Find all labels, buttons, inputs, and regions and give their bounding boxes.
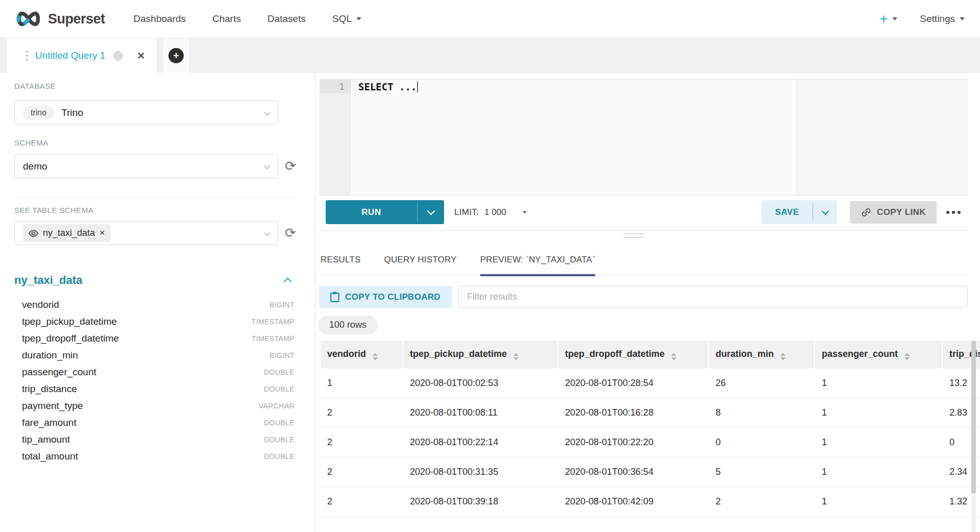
navbar: Superset Dashboards Charts Datasets SQL … [0,0,980,38]
column-header[interactable]: tpep_dropoff_datetime [558,341,709,369]
table-pill-label: ny_taxi_data [43,228,95,238]
database-label: DATABASE [14,82,56,90]
copy-to-clipboard-button[interactable]: COPY TO CLIPBOARD [319,286,452,308]
sqllab-sidebar: DATABASE trino Trino SCHEMA demo ⟳ SEE T… [0,72,315,532]
remove-table-icon[interactable]: × [100,228,105,238]
limit-value: 1 000 [484,207,506,217]
tab-results[interactable]: RESULTS [321,244,361,276]
tab-query-history[interactable]: QUERY HISTORY [384,244,457,276]
more-actions-button[interactable] [942,200,965,224]
table-row: 2 2020-08-01T00:31:35 2020-08-01T00:36:5… [321,457,980,487]
chevron-down-icon [821,207,828,214]
add-query-tab-button[interactable]: + [163,38,189,72]
column-row: tpep_dropoff_datetime TIMESTAMP [0,330,315,347]
run-query-split-button: RUN [326,200,444,224]
nav-item-charts[interactable]: Charts [212,13,241,25]
drag-handle-icon[interactable] [26,51,28,61]
table-row: 1 2020-08-01T00:02:53 2020-08-01T00:28:5… [321,369,980,398]
save-options-button[interactable] [813,200,837,224]
link-icon [861,207,872,218]
query-tab-title: Untitled Query 1 [35,50,105,61]
column-header[interactable]: duration_min [709,341,815,369]
chevron-up-icon[interactable] [284,278,292,286]
column-header[interactable]: passenger_count [815,341,943,369]
chevron-down-icon [264,230,271,236]
superset-logo[interactable]: Superset [15,10,105,28]
sort-icon [513,353,519,360]
table-schema-title[interactable]: ny_taxi_data [14,274,82,287]
copy-to-clipboard-label: COPY TO CLIPBOARD [345,292,440,302]
caret-down-icon [522,211,527,213]
unsaved-indicator-icon [113,51,123,61]
results-tabbar: RESULTS QUERY HISTORY PREVIEW: `NY_TAXI_… [320,244,968,276]
run-button[interactable]: RUN [326,200,417,224]
clipboard-icon [330,292,339,302]
sort-icon [780,353,786,360]
settings-menu[interactable]: Settings [920,13,965,25]
sort-icon [671,353,676,360]
selected-table-pill: ny_taxi_data × [23,224,111,242]
column-row: duration_min BIGINT [0,347,315,364]
column-row: vendorid BIGINT [0,296,315,313]
column-row: total_amount DOUBLE [0,448,315,465]
active-tab-inkbar [480,274,595,276]
close-tab-icon[interactable]: × [137,50,144,62]
results-scrollbar [971,341,976,532]
database-type-badge: trino [23,106,54,119]
sort-icon [904,353,910,360]
save-split-button: SAVE [762,200,837,224]
table-row: 2 2020-08-01T00:39:18 2020-08-01T00:42:0… [321,487,980,517]
scrollbar-thumb[interactable] [971,341,976,494]
line-number: 1 [339,80,345,93]
brand-name: Superset [48,11,105,27]
limit-dropdown[interactable]: LIMIT: 1 000 [454,200,527,224]
editor-gutter: 1 [320,80,351,195]
pane-resize-handle[interactable] [624,233,644,238]
database-select[interactable]: trino Trino [14,101,278,125]
column-header[interactable]: vendorid [321,341,403,369]
table-schema-label: SEE TABLE SCHEMA [14,206,93,214]
schema-select[interactable]: demo [14,154,278,178]
nav-links: Dashboards Charts Datasets SQL [134,13,361,25]
column-row: passenger_count DOUBLE [0,364,315,380]
chevron-down-icon [264,163,271,170]
tab-preview-active[interactable]: PREVIEW: `NY_TAXI_DATA` [480,244,595,276]
run-options-button[interactable] [418,200,444,224]
save-button[interactable]: SAVE [762,200,813,224]
pane-divider [320,230,968,231]
query-tabstrip: Untitled Query 1 × + [0,38,980,72]
new-item-button[interactable]: + [880,12,898,26]
column-row: trip_distance DOUBLE [0,380,315,397]
copy-link-button[interactable]: COPY LINK [850,201,937,224]
superset-infinity-icon [15,10,42,28]
nav-item-datasets[interactable]: Datasets [267,13,306,25]
caret-down-icon [892,17,897,20]
nav-item-sql[interactable]: SQL [332,13,361,25]
navbar-right: + Settings [880,12,965,26]
plus-circle-icon: + [168,48,184,63]
column-row: tip_amount DOUBLE [0,431,315,448]
sql-keyword: SELECT [358,81,394,92]
refresh-tables-icon[interactable]: ⟳ [282,224,299,241]
chevron-down-icon [427,207,435,215]
limit-label: LIMIT: [454,207,479,217]
plus-icon: + [880,12,888,26]
column-row: payment_type VARCHAR [0,397,315,414]
filter-results-input[interactable] [458,286,968,308]
column-row: tpep_pickup_datetime TIMESTAMP [0,313,315,330]
code-line: SELECT ... [358,80,794,93]
table-select[interactable]: ny_taxi_data × [14,221,278,245]
chevron-down-icon [264,109,271,116]
query-tab-active[interactable]: Untitled Query 1 × [6,38,157,73]
schema-value: demo [23,161,47,172]
code-input-area[interactable]: SELECT ... [358,80,794,196]
column-header[interactable]: tpep_pickup_datetime [403,341,558,369]
copy-link-label: COPY LINK [877,207,926,217]
print-margin-zone [796,80,968,195]
eye-icon [29,230,38,237]
refresh-schemas-icon[interactable]: ⟳ [282,157,299,175]
schema-label: SCHEMA [14,138,48,147]
sql-rest: ... [394,81,417,92]
nav-item-dashboards[interactable]: Dashboards [134,13,186,25]
sort-icon [373,353,378,360]
